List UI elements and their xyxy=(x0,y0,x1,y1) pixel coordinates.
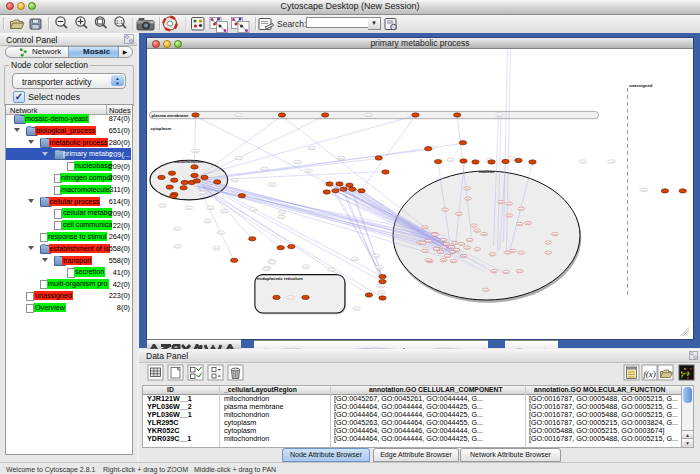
svg-text:nucleus: nucleus xyxy=(479,169,495,174)
svg-text:unassigned: unassigned xyxy=(629,83,653,88)
svg-text:plasma membrane: plasma membrane xyxy=(152,113,189,118)
svg-text:cytoplasm: cytoplasm xyxy=(151,126,172,131)
svg-text:f(x): f(x) xyxy=(643,368,656,378)
svg-text:1:1: 1:1 xyxy=(116,19,123,25)
svg-text:mitochondrion: mitochondrion xyxy=(174,159,204,164)
svg-text:endoplasmic reticulum: endoplasmic reticulum xyxy=(257,276,303,281)
